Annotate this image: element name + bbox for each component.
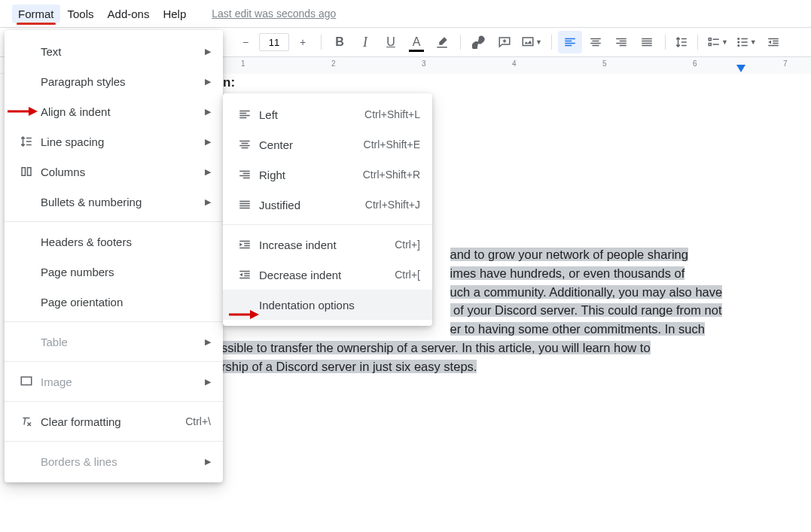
chevron-right-icon: ▶ [205,167,211,177]
ruler-tick: 4 [512,59,517,68]
columns-icon [20,165,41,178]
svg-point-2 [737,41,739,44]
menu-columns[interactable]: Columns ▶ [5,157,223,187]
submenu-increase-indent[interactable]: Increase indent Ctrl+] [223,230,432,260]
menu-paragraph-styles[interactable]: Paragraph styles ▶ [5,66,223,96]
font-size-group: − + [233,31,315,53]
align-center-icon [238,138,259,151]
menu-tools[interactable]: Tools [62,5,100,23]
menu-align-indent[interactable]: Align & indent ▶ [5,96,223,126]
decrease-indent-icon [238,268,259,281]
align-center-button[interactable] [584,31,608,53]
insert-image-button[interactable]: ▼ [518,31,545,53]
add-comment-button[interactable] [492,31,517,53]
align-center-icon [589,35,602,49]
ruler-tick: 2 [331,59,336,68]
format-dropdown[interactable]: Text ▶ Paragraph styles ▶ Align & indent… [5,30,223,482]
submenu-indentation-options[interactable]: Indentation options [223,290,432,320]
submenu-right[interactable]: Right Ctrl+Shift+R [223,160,432,190]
menu-format[interactable]: Format [12,5,60,23]
image-icon [20,375,41,388]
checklist-icon [707,35,721,49]
submenu-decrease-indent[interactable]: Decrease indent Ctrl+[ [223,260,432,290]
highlight-icon [435,35,449,49]
line-spacing-icon [20,135,41,148]
align-indent-submenu[interactable]: Left Ctrl+Shift+L Center Ctrl+Shift+E Ri… [223,93,432,326]
bulleted-list-button[interactable]: ▼ [733,31,760,53]
menu-clear-formatting[interactable]: Clear formatting Ctrl+\ [5,406,223,436]
decrease-indent-icon [767,35,780,49]
menu-line-spacing[interactable]: Line spacing ▶ [5,126,223,157]
menu-addons[interactable]: Add-ons [102,5,156,23]
align-left-button[interactable] [558,31,582,53]
italic-button[interactable]: I [353,31,377,53]
menu-bullets-numbering[interactable]: Bullets & numbering ▶ [5,187,223,217]
increase-indent-icon [238,238,259,251]
submenu-center[interactable]: Center Ctrl+Shift+E [223,129,432,160]
menu-image: Image ▶ [5,366,223,397]
insert-link-button[interactable] [467,31,491,53]
link-icon [472,35,486,49]
image-icon [521,35,535,49]
chevron-down-icon: ▼ [535,38,542,46]
svg-point-1 [737,38,739,40]
underline-button[interactable]: U [379,31,403,53]
last-edit-link[interactable]: Last edit was seconds ago [212,8,336,20]
chevron-right-icon: ▶ [205,457,211,467]
highlight-button[interactable] [430,31,454,53]
align-left-icon [563,35,577,49]
clear-format-icon [20,415,41,428]
chevron-right-icon: ▶ [205,377,211,387]
svg-point-3 [737,44,739,47]
svg-rect-0 [523,38,533,46]
line-spacing-icon [675,35,688,49]
chevron-right-icon: ▶ [205,337,211,347]
chevron-down-icon: ▼ [750,38,757,46]
align-left-icon [238,108,259,121]
bullet-list-icon [736,35,749,49]
align-right-icon [614,35,628,49]
chevron-right-icon: ▶ [205,47,211,56]
align-right-button[interactable] [609,31,633,53]
ruler-tick: 7 [783,59,788,68]
submenu-left[interactable]: Left Ctrl+Shift+L [223,99,432,129]
font-size-increase[interactable]: + [291,31,315,53]
menu-headers-footers[interactable]: Headers & footers [5,226,223,257]
chevron-right-icon: ▶ [205,77,211,87]
menu-page-numbers[interactable]: Page numbers [5,257,223,287]
menu-help[interactable]: Help [157,5,192,23]
decrease-indent-toolbar[interactable] [761,31,785,53]
font-size-decrease[interactable]: − [233,31,258,53]
submenu-justified[interactable]: Justified Ctrl+Shift+J [223,190,432,220]
ruler-tick: 3 [422,59,426,68]
line-spacing-button[interactable] [672,31,691,53]
menu-bar: Format Tools Add-ons Help Last edit was … [0,0,811,27]
menu-text[interactable]: Text ▶ [5,36,223,66]
align-justify-button[interactable] [635,31,659,53]
align-justify-icon [640,35,654,49]
chevron-right-icon: ▶ [205,197,211,207]
bold-button[interactable]: B [328,31,352,53]
visible-heading-fragment: n: [223,75,235,90]
align-right-icon [238,168,259,181]
ruler-tick: 6 [693,59,697,68]
comment-icon [498,35,511,49]
ruler-tick: 5 [602,59,607,68]
text-color-button[interactable]: A [404,31,428,53]
chevron-down-icon: ▼ [721,38,728,46]
svg-rect-4 [21,377,32,385]
ruler-tick: 1 [241,59,245,68]
chevron-right-icon: ▶ [205,107,211,117]
font-size-input[interactable] [259,33,289,51]
menu-table: Table ▶ [5,327,223,357]
menu-page-orientation[interactable]: Page orientation [5,287,223,317]
menu-borders-lines: Borders & lines ▶ [5,446,223,476]
chevron-right-icon: ▶ [205,137,211,147]
checklist-button[interactable]: ▼ [704,31,731,53]
align-justify-icon [238,198,259,211]
right-indent-marker[interactable] [736,65,745,72]
